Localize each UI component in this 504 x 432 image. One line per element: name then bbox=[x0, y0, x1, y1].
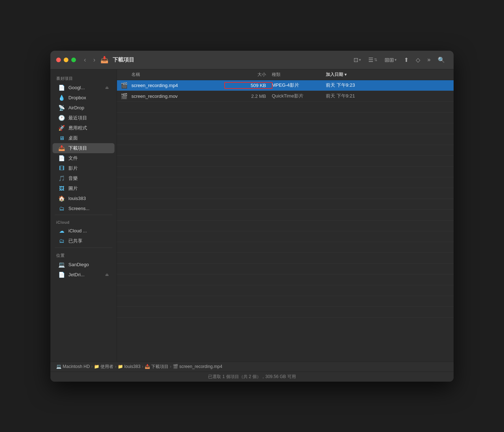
sidebar-item-recents[interactable]: 🕐 最近項目 bbox=[53, 113, 114, 123]
computer-icon: 💻 bbox=[58, 262, 65, 268]
empty-row bbox=[117, 210, 454, 220]
empty-row bbox=[117, 274, 454, 285]
share-button[interactable]: ⬆ bbox=[401, 55, 411, 65]
breadcrumb-macintosh-label: Macintosh HD bbox=[63, 364, 90, 369]
table-row[interactable]: 🎬 screen_recording.mov 2.2 MB QuickTime影… bbox=[117, 91, 454, 102]
empty-row bbox=[117, 296, 454, 307]
sidebar-label-shared: 已共享 bbox=[68, 238, 109, 244]
sidebar-label-screenshots: Screens... bbox=[68, 206, 109, 211]
drive-icon: 📄 bbox=[58, 272, 65, 278]
sidebar-item-home[interactable]: 🏠 louis383 bbox=[53, 194, 114, 204]
screenshots-icon: 🗂 bbox=[58, 205, 65, 212]
statusbar: 💻 Macintosh HD › 📁 使用者 › 📁 louis383 › 📥 … bbox=[50, 361, 454, 382]
sidebar-item-downloads[interactable]: 📥 下載項目 bbox=[53, 143, 114, 153]
more-icon: » bbox=[427, 56, 431, 63]
back-button[interactable]: ‹ bbox=[82, 55, 88, 64]
list-icon: ☰ bbox=[368, 56, 373, 63]
document-icon: 📄 bbox=[58, 85, 65, 91]
sidebar-item-google[interactable]: 📄 Googl... ⏏ bbox=[53, 83, 114, 93]
titlebar: ‹ › 📥 下載項目 ⊡ ▾ ☰ ⇅ ⊞⊞ ▾ ⬆ ◇ » bbox=[50, 51, 454, 69]
folder-icon-b: 📁 bbox=[94, 364, 99, 369]
view-options-button[interactable]: ⊡ ▾ bbox=[351, 55, 364, 65]
file-icon-mov: 🎬 bbox=[117, 93, 131, 100]
empty-row bbox=[117, 285, 454, 296]
sidebar-item-shared[interactable]: 🗂 已共享 bbox=[53, 236, 114, 246]
empty-row bbox=[117, 264, 454, 274]
col-header-date[interactable]: 加入日期 ▾ bbox=[326, 72, 454, 78]
desktop-icon: 🖥 bbox=[58, 135, 65, 141]
sidebar-label-downloads: 下載項目 bbox=[68, 145, 109, 151]
grid-icon: ⊞⊞ bbox=[384, 56, 394, 63]
col-header-kind: 種類 bbox=[272, 72, 326, 78]
sidebar-label-sandiego: SanDiego bbox=[68, 262, 109, 267]
divider-icloud bbox=[55, 215, 112, 215]
empty-row bbox=[117, 145, 454, 156]
more-button[interactable]: » bbox=[424, 55, 433, 64]
sidebar-label-home: louis383 bbox=[68, 196, 109, 201]
grid-view-button[interactable]: ⊞⊞ ▾ bbox=[382, 55, 400, 65]
sidebar-item-pictures[interactable]: 🖼 圖片 bbox=[53, 183, 114, 194]
close-button[interactable] bbox=[56, 58, 61, 62]
breadcrumb-users[interactable]: 📁 使用者 bbox=[94, 364, 113, 370]
file-size-mov: 2.2 MB bbox=[225, 94, 272, 99]
sidebar-label-icloud: iCloud ... bbox=[68, 228, 109, 233]
empty-row bbox=[117, 177, 454, 188]
movies-icon: 🎞 bbox=[58, 165, 65, 171]
dropbox-icon: 💧 bbox=[58, 95, 65, 101]
sidebar-label-apps: 應用程式 bbox=[68, 125, 109, 131]
sidebar-item-screenshots[interactable]: 🗂 Screens... bbox=[53, 204, 114, 213]
forward-button[interactable]: › bbox=[91, 55, 98, 64]
file-name-mov: screen_recording.mov bbox=[131, 94, 225, 99]
maximize-button[interactable] bbox=[71, 58, 76, 62]
icloud-section-label: iCloud bbox=[50, 217, 117, 226]
locations-section-label: 位置 bbox=[50, 249, 117, 260]
breadcrumb-louis[interactable]: 📁 louis383 bbox=[118, 364, 140, 369]
sidebar-label-airdrop: AirDrop bbox=[68, 105, 109, 110]
sidebar: 喜好項目 📄 Googl... ⏏ 💧 Dropbox 📡 AirDrop 🕐 … bbox=[50, 69, 117, 361]
hd-icon: 💻 bbox=[56, 364, 62, 369]
sidebar-item-icloud[interactable]: ☁ iCloud ... bbox=[53, 226, 114, 236]
breadcrumb-downloads[interactable]: 📥 下載項目 bbox=[145, 364, 168, 370]
sidebar-label-pictures: 圖片 bbox=[68, 185, 109, 192]
sidebar-item-music[interactable]: 🎵 音樂 bbox=[53, 173, 114, 183]
file-date-mp4: 前天 下午9:23 bbox=[326, 82, 454, 88]
empty-row bbox=[117, 242, 454, 253]
eject-icon2: ⏏ bbox=[105, 272, 109, 277]
tag-icon: ◇ bbox=[416, 56, 420, 63]
documents-icon: 📄 bbox=[58, 155, 65, 162]
camera-icon: ⊡ bbox=[354, 56, 358, 63]
breadcrumb-macintosh[interactable]: 💻 Macintosh HD bbox=[56, 364, 90, 369]
sidebar-item-documents[interactable]: 📄 文件 bbox=[53, 153, 114, 163]
sidebar-item-dropbox[interactable]: 💧 Dropbox bbox=[53, 93, 114, 103]
sidebar-item-jetdrive[interactable]: 📄 JetDri... ⏏ bbox=[53, 270, 114, 280]
share-icon: ⬆ bbox=[404, 56, 409, 63]
pictures-icon: 🖼 bbox=[58, 185, 65, 191]
sidebar-item-desktop[interactable]: 🖥 桌面 bbox=[53, 133, 114, 143]
sidebar-label-dropbox: Dropbox bbox=[68, 95, 109, 100]
breadcrumb-sep3: › bbox=[142, 364, 143, 369]
search-button[interactable]: 🔍 bbox=[435, 55, 448, 65]
sidebar-item-sandiego[interactable]: 💻 SanDiego bbox=[53, 260, 114, 270]
file-list: 🎬 screen_recording.mp4 509 KB MPEG-4影片 前… bbox=[117, 80, 454, 361]
list-view-button[interactable]: ☰ ⇅ bbox=[365, 55, 380, 65]
clock-icon: 🕐 bbox=[58, 115, 65, 121]
sidebar-item-movies[interactable]: 🎞 影片 bbox=[53, 163, 114, 173]
table-row[interactable]: 🎬 screen_recording.mp4 509 KB MPEG-4影片 前… bbox=[117, 80, 454, 91]
sidebar-label-recents: 最近項目 bbox=[68, 115, 109, 121]
empty-row bbox=[117, 167, 454, 177]
sidebar-label-jetdrive: JetDri... bbox=[68, 272, 102, 277]
breadcrumb-file[interactable]: 🎬 screen_recording.mp4 bbox=[173, 364, 222, 369]
sidebar-item-airdrop[interactable]: 📡 AirDrop bbox=[53, 103, 114, 113]
empty-row bbox=[117, 102, 454, 113]
favorites-section-label: 喜好項目 bbox=[50, 72, 117, 83]
col-header-size: 大小 bbox=[225, 72, 272, 78]
window-title: 下載項目 bbox=[113, 56, 348, 63]
empty-row bbox=[117, 199, 454, 210]
chevron-down-icon2: ▾ bbox=[395, 58, 397, 62]
home-icon: 🏠 bbox=[58, 195, 65, 202]
tag-button[interactable]: ◇ bbox=[413, 55, 423, 65]
empty-row bbox=[117, 123, 454, 134]
minimize-button[interactable] bbox=[64, 58, 68, 62]
folder-icon: 📥 bbox=[100, 56, 108, 64]
sidebar-item-apps[interactable]: 🚀 應用程式 bbox=[53, 123, 114, 133]
